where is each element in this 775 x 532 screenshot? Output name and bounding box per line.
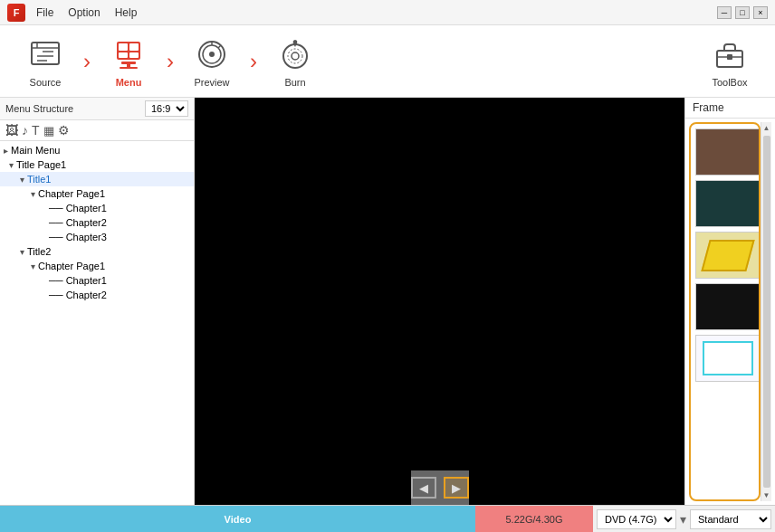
menu-structure-label: Menu Structure [5, 103, 73, 114]
toolbox-label: ToolBox [712, 77, 747, 88]
tree-item-title1[interactable]: ▾ Title1 [0, 172, 194, 186]
file-menu[interactable]: File [36, 6, 53, 19]
source-icon [29, 38, 62, 71]
arrow-separator-1: › [83, 49, 91, 74]
svg-point-21 [288, 49, 302, 63]
source-button[interactable]: Source [9, 27, 81, 96]
burn-button[interactable]: Burn [259, 27, 331, 96]
image-icon[interactable]: 🖼 [5, 123, 18, 138]
scroll-up-arrow[interactable]: ▲ [761, 122, 772, 134]
arrow-separator-2: › [167, 49, 174, 74]
help-menu[interactable]: Help [115, 6, 138, 19]
frame-item-1[interactable] [695, 128, 759, 176]
svg-rect-11 [121, 62, 136, 64]
source-label: Source [30, 77, 62, 88]
layout-icon[interactable]: ▦ [43, 124, 54, 138]
tree-area: ▸ Main Menu ▾ Title Page1 ▾ Title1 ▾ Cha… [0, 141, 194, 505]
main-area: Menu Structure 16:9 4:3 🖼 ♪ T ▦ ⚙ ▸ Main… [0, 98, 775, 505]
quality-select[interactable]: Standard High Quality Economy [690, 509, 771, 529]
usage-text: 5.22G/4.30G [506, 514, 563, 525]
left-panel: Menu Structure 16:9 4:3 🖼 ♪ T ▦ ⚙ ▸ Main… [0, 98, 195, 505]
nav-bar: ◀ ▶ [411, 470, 469, 505]
video-label: Video [225, 514, 252, 525]
tree-item-main-menu[interactable]: ▸ Main Menu [0, 143, 194, 157]
toolbar: Source › Menu › [0, 25, 775, 98]
tree-item-chapter2-t2[interactable]: ▸ ── Chapter2 [0, 288, 194, 302]
nav-prev-button[interactable]: ◀ [411, 477, 436, 499]
title-bar: F File Option Help ─ □ × [0, 0, 775, 25]
tree-item-title-page1[interactable]: ▾ Title Page1 [0, 157, 194, 172]
tree-item-chapter1-t2[interactable]: ▸ ── Chapter1 [0, 273, 194, 288]
tree-item-chapter3-t1[interactable]: ▸ ── Chapter3 [0, 230, 194, 244]
music-icon[interactable]: ♪ [22, 123, 28, 138]
preview-icon [196, 38, 228, 71]
window-controls: ─ □ × [717, 6, 768, 19]
menu-icon [112, 38, 145, 71]
frame-item-5[interactable] [695, 335, 759, 382]
menu-button[interactable]: Menu [92, 27, 165, 96]
maximize-button[interactable]: □ [735, 6, 750, 19]
toolbox-button[interactable]: ToolBox [694, 27, 766, 96]
close-button[interactable]: × [753, 6, 768, 19]
ratio-select[interactable]: 16:9 4:3 [145, 100, 188, 117]
svg-rect-10 [129, 52, 139, 58]
svg-point-20 [292, 52, 299, 60]
svg-rect-8 [129, 43, 139, 51]
scroll-down-arrow[interactable]: ▼ [761, 489, 772, 501]
nav-next-button[interactable]: ▶ [444, 477, 469, 499]
svg-rect-24 [727, 54, 732, 60]
svg-point-16 [209, 52, 215, 57]
center-panel: MY DISC ↙ ◀ ▶ [195, 98, 684, 505]
menu-bar: File Option Help [36, 6, 137, 19]
toolbox-icon [713, 38, 746, 71]
tree-item-chapter1-t1[interactable]: ▸ ── Chapter1 [0, 201, 194, 215]
frame-item-4[interactable] [695, 283, 759, 330]
disc-type-select[interactable]: DVD (4.7G) BD (25G) [597, 509, 676, 529]
option-menu[interactable]: Option [68, 6, 100, 19]
preview-button[interactable]: Preview [176, 27, 248, 96]
menu-label: Menu [116, 77, 142, 88]
burn-icon [279, 38, 311, 71]
settings-icon[interactable]: ⚙ [58, 123, 70, 138]
svg-rect-13 [120, 67, 138, 69]
scroll-thumb[interactable] [763, 136, 770, 488]
status-bar: Video 5.22G/4.30G DVD (4.7G) BD (25G) ▾ … [0, 505, 775, 532]
minimize-button[interactable]: ─ [717, 6, 732, 19]
text-icon[interactable]: T [32, 123, 40, 138]
svg-rect-7 [119, 43, 128, 51]
tree-item-chapter-page1-t1[interactable]: ▾ Chapter Page1 [0, 186, 194, 201]
usage-indicator: 5.22G/4.30G [475, 506, 593, 532]
right-panel: Frame [684, 98, 775, 505]
video-progress: Video [0, 506, 475, 532]
svg-point-19 [283, 44, 307, 68]
arrow-separator-3: › [250, 49, 257, 74]
burn-label: Burn [284, 77, 305, 88]
tree-item-title2[interactable]: ▾ Title2 [0, 244, 194, 259]
app-icon: F [7, 4, 25, 22]
frame-header: Frame [685, 98, 775, 119]
svg-rect-9 [119, 52, 128, 58]
svg-line-18 [218, 45, 221, 48]
tree-item-chapter2-t1[interactable]: ▸ ── Chapter2 [0, 215, 194, 230]
tree-item-chapter-page1-t2[interactable]: ▾ Chapter Page1 [0, 259, 194, 273]
frame-item-2[interactable] [695, 180, 759, 227]
frame-item-3[interactable] [695, 232, 759, 279]
preview-label: Preview [194, 77, 229, 88]
